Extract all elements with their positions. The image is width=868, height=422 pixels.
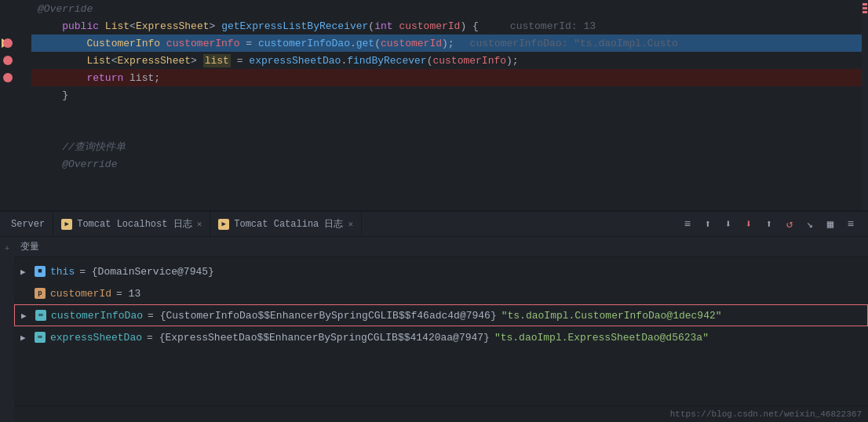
gutter-row: [0, 104, 31, 121]
comment-text: //查询快件单: [62, 140, 126, 154]
var-name-expressSheetDao: expressSheetDao: [50, 332, 142, 344]
variables-title: 变量: [20, 242, 39, 253]
add-watch-icon[interactable]: +: [2, 243, 13, 254]
type-text: CustomerInfo: [86, 38, 160, 49]
toolbar-up-icon[interactable]: ⬆: [700, 216, 716, 232]
gutter-row: [0, 121, 31, 138]
var-row-customerInfoDao[interactable]: ▶ ∞ customerInfoDao = {CustomerInfoDao$$…: [14, 304, 868, 326]
var-type-icon-oo: ∞: [35, 332, 46, 343]
code-line: @Override: [31, 0, 868, 17]
gutter-row: [0, 69, 31, 86]
toolbar-arrow-icon[interactable]: ↘: [802, 216, 818, 232]
tab-close-icon[interactable]: ✕: [197, 219, 202, 229]
var-type-icon: ■: [35, 266, 46, 277]
var-value-customerInfoDao: = {CustomerInfoDao$$EnhancerBySpringCGLI…: [148, 310, 497, 322]
var-row-this[interactable]: ▶ ■ this = {DomainService@7945}: [14, 260, 868, 282]
expand-icon[interactable]: ▶: [20, 333, 30, 343]
tab-close-icon[interactable]: ✕: [348, 219, 353, 229]
highlighted-var: list: [203, 54, 231, 67]
code-line: [31, 121, 868, 138]
toolbar-refresh-icon[interactable]: ↺: [782, 216, 797, 232]
var-name: customerInfo: [166, 38, 240, 49]
var-value-customerId: = 13: [116, 288, 140, 300]
code-line: List<ExpressSheet> list = expressSheetDa…: [31, 52, 868, 69]
code-line: @Override: [31, 155, 868, 173]
code-line: //查询快件单: [31, 138, 868, 155]
tab-tomcat-catalina-label: Tomcat Catalina 日志: [234, 217, 343, 231]
tab-tomcat-localhost-label: Tomcat Localhost 日志: [77, 217, 191, 231]
code-line-active: CustomerInfo customerInfo = customerInfo…: [31, 35, 868, 52]
tab-tomcat-catalina[interactable]: ▶ Tomcat Catalina 日志 ✕: [210, 212, 362, 237]
scroll-bar[interactable]: [862, 0, 868, 210]
breakpoint-marker: [3, 56, 13, 65]
gutter-row: [0, 0, 31, 17]
tab-run-icon: ▶: [218, 219, 229, 230]
tab-run-icon: ▶: [61, 219, 72, 230]
var-name-customerId: customerId: [50, 288, 111, 300]
method-call: customerInfoDao: [258, 38, 350, 49]
var-row-expressSheetDao[interactable]: ▶ ∞ expressSheetDao = {ExpressSheetDao$$…: [14, 326, 868, 348]
keyword: public: [62, 20, 99, 32]
variables-section: + 变量 ▶ ■ this = {DomainService@7945} ▶: [0, 237, 868, 422]
gutter-row-breakpoint: [0, 35, 31, 52]
line-gutter: [0, 0, 31, 210]
toolbar-up2-icon[interactable]: ⬆: [761, 216, 777, 232]
code-editor: @Override public List<ExpressSheet> getE…: [0, 0, 868, 212]
expand-icon[interactable]: ▶: [21, 311, 31, 321]
gutter-row: [0, 52, 31, 69]
var-value-expressSheetDao: = {ExpressSheetDao$$EnhancerBySpringCGLI…: [147, 332, 490, 344]
tab-server-label: Server: [11, 219, 45, 230]
variable-list: ▶ ■ this = {DomainService@7945} ▶ p cust…: [14, 257, 868, 406]
var-extra-expressSheetDao: "ts.daoImpl.ExpressSheetDao@d5623a": [494, 332, 709, 344]
code-line-error: return list;: [31, 69, 868, 86]
debugger-panel: Server ▶ Tomcat Localhost 日志 ✕ ▶ Tomcat …: [0, 212, 868, 422]
scroll-mark: [863, 11, 867, 13]
gutter-row: [0, 138, 31, 155]
toolbar-grid-icon[interactable]: ▦: [822, 216, 838, 232]
toolbar-down-icon[interactable]: ⬇: [720, 216, 736, 232]
toolbar-list-icon[interactable]: ≡: [843, 216, 859, 232]
scroll-mark: [863, 7, 867, 9]
gutter-row: [0, 86, 31, 104]
variables-main: 变量 ▶ ■ this = {DomainService@7945} ▶ p c…: [14, 237, 868, 422]
var-row-customerId[interactable]: ▶ p customerId = 13: [14, 282, 868, 304]
breakpoint-marker: [3, 73, 13, 82]
code-line: public List<ExpressSheet> getExpressList…: [31, 17, 868, 35]
expand-icon: ▶: [20, 289, 30, 299]
code-line: }: [31, 86, 868, 104]
var-extra-customerInfoDao: "ts.daoImpl.CustomerInfoDao@1dec942": [501, 310, 722, 322]
var-type-icon-p: p: [35, 288, 46, 299]
tab-bar: Server ▶ Tomcat Localhost 日志 ✕ ▶ Tomcat …: [0, 212, 868, 237]
url-text: https://blog.csdn.net/weixin_46822367: [670, 409, 862, 419]
code-content: @Override public List<ExpressSheet> getE…: [31, 0, 868, 210]
debug-annotation: customerInfoDao: "ts.daoImpl.Custo: [470, 38, 678, 49]
tab-server[interactable]: Server: [3, 212, 53, 237]
toolbar: ≡ ⬆ ⬇ ⬇ ⬆ ↺ ↘ ▦ ≡: [680, 216, 865, 232]
method-name: getExpressListByReceiver: [221, 20, 368, 32]
type-text: List: [105, 20, 129, 32]
gutter-row: [0, 155, 31, 173]
annotation-text: @Override: [38, 3, 93, 15]
breakpoint-marker: [3, 38, 13, 48]
variables-header: 变量: [14, 237, 868, 257]
var-value-this: = {DomainService@7945}: [79, 266, 214, 278]
scroll-mark: [863, 3, 867, 5]
url-bar: https://blog.csdn.net/weixin_46822367: [14, 406, 868, 422]
debug-annotation: customerId: 13: [510, 20, 596, 32]
code-line: [31, 104, 868, 121]
var-name-customerInfoDao: customerInfoDao: [51, 310, 143, 322]
expand-icon[interactable]: ▶: [20, 267, 30, 277]
left-sidebar: +: [0, 237, 14, 422]
tab-tomcat-localhost[interactable]: ▶ Tomcat Localhost 日志 ✕: [53, 212, 210, 237]
var-name-this: this: [50, 266, 75, 278]
toolbar-menu-icon[interactable]: ≡: [680, 216, 695, 232]
toolbar-download-icon[interactable]: ⬇: [741, 216, 757, 232]
var-type-icon-oo: ∞: [35, 310, 46, 321]
gutter-row: [0, 17, 31, 35]
